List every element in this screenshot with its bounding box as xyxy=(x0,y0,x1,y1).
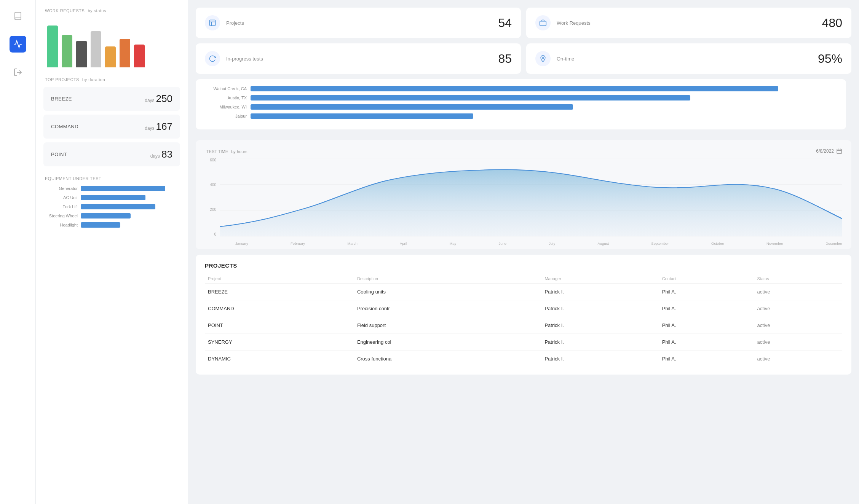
top-projects-title: TOP PROJECTS by duration xyxy=(43,77,180,82)
table-cell-contact: Phil A. xyxy=(659,334,754,351)
project-card-2[interactable]: POINT days 83 xyxy=(43,142,180,166)
bar-0 xyxy=(47,26,58,67)
analytics-nav-icon[interactable] xyxy=(10,36,26,53)
table-header: Description xyxy=(354,274,542,284)
stat-card-2: In-progress tests 85 xyxy=(196,43,521,74)
loc-row-0: Walnut Creek, CA xyxy=(205,86,837,91)
eut-row-1: AC Unit xyxy=(43,195,180,200)
area-chart-svg xyxy=(220,158,842,236)
chart-x-label: December xyxy=(825,241,842,246)
top-area: Projects 54 Work Requests 480 In-progres… xyxy=(196,8,851,135)
bar-3 xyxy=(91,31,101,67)
eut-row-4: Headlight xyxy=(43,222,180,228)
svg-rect-1 xyxy=(210,20,216,26)
chart-x-label: June xyxy=(498,241,506,246)
bar-6 xyxy=(134,45,145,67)
table-cell-contact: Phil A. xyxy=(659,351,754,367)
projects-table: ProjectDescriptionManagerContactStatus B… xyxy=(205,274,842,367)
left-panel: WORK REQUESTS by status TOP PROJECTS by … xyxy=(36,0,188,504)
table-cell-status: active xyxy=(754,317,842,334)
table-header: Status xyxy=(754,274,842,284)
chart-x-label: November xyxy=(766,241,783,246)
loc-row-1: Austin, TX xyxy=(205,95,837,100)
table-cell-description: Engineering col xyxy=(354,334,542,351)
table-cell-manager: Patrick I. xyxy=(541,300,659,317)
table-cell-manager: Patrick I. xyxy=(541,334,659,351)
eut-row-3: Steering Wheel xyxy=(43,213,180,219)
work-requests-title: WORK REQUESTS by status xyxy=(43,8,180,13)
table-header: Contact xyxy=(659,274,754,284)
eut-row-0: Generator xyxy=(43,186,180,191)
project-card-0[interactable]: BREEZE days 250 xyxy=(43,87,180,111)
table-cell-status: active xyxy=(754,284,842,300)
table-cell-description: Cross functiona xyxy=(354,351,542,367)
chart-x-label: January xyxy=(235,241,248,246)
table-cell-project: SYNERGY xyxy=(205,334,354,351)
table-cell-description: Field support xyxy=(354,317,542,334)
work-requests-chart xyxy=(43,18,180,67)
chart-x-label: May xyxy=(449,241,456,246)
svg-point-3 xyxy=(542,57,544,58)
bar-5 xyxy=(120,39,130,67)
test-time-chart: 6004002000 JanuaryFebruaryMarchApri xyxy=(205,158,842,246)
svg-rect-4 xyxy=(837,149,841,153)
main-content: Projects 54 Work Requests 480 In-progres… xyxy=(188,0,859,504)
table-cell-project: COMMAND xyxy=(205,300,354,317)
loc-row-3: Jaipur xyxy=(205,113,837,119)
eut-row-2: Fork Lift xyxy=(43,204,180,209)
bar-4 xyxy=(105,46,116,67)
table-row[interactable]: POINTField supportPatrick I.Phil A.activ… xyxy=(205,317,842,334)
stat-card-0: Projects 54 xyxy=(196,8,521,38)
chart-x-label: July xyxy=(549,241,555,246)
table-cell-status: active xyxy=(754,351,842,367)
table-cell-project: DYNAMIC xyxy=(205,351,354,367)
book-nav-icon[interactable] xyxy=(10,8,26,24)
test-time-section: TEST TIME by hours 6/8/2022 6004002000 xyxy=(196,140,851,249)
projects-section: PROJECTS ProjectDescriptionManagerContac… xyxy=(196,255,851,375)
stat-icon-3 xyxy=(535,51,551,66)
table-cell-status: active xyxy=(754,334,842,351)
stat-icon-1 xyxy=(535,15,551,30)
table-row[interactable]: DYNAMICCross functionaPatrick I.Phil A.a… xyxy=(205,351,842,367)
table-row[interactable]: SYNERGYEngineering colPatrick I.Phil A.a… xyxy=(205,334,842,351)
stats-2x2-grid: Projects 54 Work Requests 480 In-progres… xyxy=(196,8,851,74)
project-card-1[interactable]: COMMAND days 167 xyxy=(43,115,180,139)
chart-date: 6/8/2022 xyxy=(816,148,842,154)
stat-card-1: Work Requests 480 xyxy=(526,8,851,38)
chart-x-label: February xyxy=(291,241,305,246)
chart-title: TEST TIME by hours xyxy=(205,148,247,154)
table-cell-manager: Patrick I. xyxy=(541,351,659,367)
eut-title: EQUIPMENT UNDER TEST xyxy=(43,175,180,181)
table-cell-description: Precision contr xyxy=(354,300,542,317)
chart-x-label: October xyxy=(711,241,724,246)
table-row[interactable]: BREEZECooling unitsPatrick I.Phil A.acti… xyxy=(205,284,842,300)
sidebar xyxy=(0,0,36,504)
svg-rect-2 xyxy=(540,21,546,26)
table-cell-contact: Phil A. xyxy=(659,317,754,334)
table-cell-contact: Phil A. xyxy=(659,300,754,317)
bar-1 xyxy=(62,35,72,67)
stat-card-3: On-time 95% xyxy=(526,43,851,74)
location-card: Walnut Creek, CA Austin, TX Milwaukee, W… xyxy=(196,79,846,129)
stat-icon-0 xyxy=(205,15,220,30)
equipment-under-test-section: EQUIPMENT UNDER TEST Generator AC Unit F… xyxy=(43,175,180,228)
table-header: Manager xyxy=(541,274,659,284)
chart-x-label: April xyxy=(400,241,407,246)
logout-nav-icon[interactable] xyxy=(10,64,26,81)
chart-x-label: September xyxy=(651,241,669,246)
loc-row-2: Milwaukee, WI xyxy=(205,104,837,110)
table-cell-project: POINT xyxy=(205,317,354,334)
chart-y-labels: 6004002000 xyxy=(205,158,219,236)
table-cell-status: active xyxy=(754,300,842,317)
table-cell-project: BREEZE xyxy=(205,284,354,300)
table-cell-contact: Phil A. xyxy=(659,284,754,300)
chart-x-labels: JanuaryFebruaryMarchAprilMayJuneJulyAugu… xyxy=(220,240,842,246)
projects-table-title: PROJECTS xyxy=(205,262,842,269)
table-cell-manager: Patrick I. xyxy=(541,284,659,300)
table-cell-manager: Patrick I. xyxy=(541,317,659,334)
bar-2 xyxy=(76,41,87,67)
table-cell-description: Cooling units xyxy=(354,284,542,300)
chart-x-label: August xyxy=(597,241,609,246)
chart-x-label: March xyxy=(347,241,357,246)
table-row[interactable]: COMMANDPrecision contrPatrick I.Phil A.a… xyxy=(205,300,842,317)
